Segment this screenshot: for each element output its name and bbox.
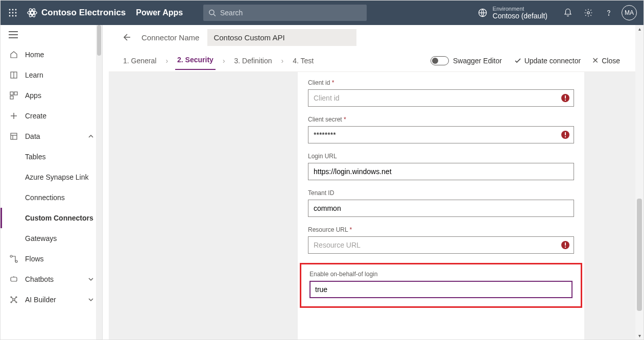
- sidebar-item-learn[interactable]: Learn: [1, 65, 102, 85]
- svg-point-38: [11, 302, 12, 303]
- swagger-editor-toggle[interactable]: Swagger Editor: [431, 56, 502, 65]
- highlight-annotation: Enable on-behalf-of login: [300, 263, 582, 308]
- tenant-id-input[interactable]: [308, 200, 574, 217]
- sidebar-item-chatbots[interactable]: Chatbots: [1, 269, 102, 289]
- environment-picker[interactable]: Environment Contoso (default): [478, 6, 547, 20]
- field-client-secret: Client secret *: [308, 116, 574, 143]
- back-button[interactable]: [121, 32, 131, 42]
- svg-point-1: [12, 9, 14, 11]
- search-input[interactable]: [220, 9, 362, 17]
- svg-rect-48: [565, 132, 566, 135]
- svg-point-16: [587, 12, 590, 14]
- sidebar-item-label: Flows: [25, 255, 44, 263]
- svg-point-37: [16, 297, 17, 298]
- chevron-right-icon: ›: [223, 57, 225, 65]
- svg-line-43: [14, 300, 16, 302]
- enable-obo-input[interactable]: [309, 281, 573, 298]
- sidebar-item-label: Chatbots: [25, 275, 54, 283]
- help-icon[interactable]: [599, 3, 619, 23]
- app-name[interactable]: Power Apps: [136, 8, 183, 17]
- account-avatar[interactable]: MA: [619, 3, 639, 23]
- enable-obo-label: Enable on-behalf-of login: [309, 271, 573, 278]
- sidebar-item-data[interactable]: Data: [1, 126, 102, 147]
- field-login-url: Login URL: [308, 153, 574, 180]
- sidebar-item-label: Create: [25, 112, 46, 120]
- apps-icon: [9, 91, 19, 100]
- client-id-label: Client id: [308, 79, 330, 86]
- home-icon: [9, 51, 19, 59]
- chevron-down-icon: [88, 276, 94, 282]
- breadcrumb: Connector Name Contoso Custom API: [109, 25, 643, 50]
- step-definition[interactable]: 3. Definition: [232, 53, 274, 69]
- search-box[interactable]: [203, 5, 367, 21]
- svg-rect-51: [565, 242, 566, 246]
- scroll-up-icon[interactable]: ▴: [635, 26, 643, 32]
- svg-point-9: [31, 11, 34, 14]
- field-client-id: Client id *: [308, 79, 574, 107]
- environment-label: Environment: [493, 6, 547, 12]
- sidebar-item-label: Data: [25, 132, 40, 140]
- form-area: Client id * Client secret * Login URL: [109, 72, 635, 339]
- notifications-icon[interactable]: [558, 3, 578, 23]
- svg-point-3: [9, 12, 11, 14]
- update-connector-button[interactable]: Update connector: [514, 57, 581, 65]
- sidebar-item-connections[interactable]: Connections: [1, 187, 102, 208]
- error-icon: [561, 130, 570, 139]
- sidebar-scrollbar[interactable]: [96, 25, 102, 339]
- plus-icon: [9, 112, 19, 120]
- svg-rect-23: [10, 92, 13, 95]
- resource-url-input[interactable]: [308, 236, 574, 254]
- svg-point-5: [15, 12, 17, 14]
- sidebar-item-label: Home: [25, 51, 44, 59]
- step-security[interactable]: 2. Security: [175, 52, 216, 70]
- step-general[interactable]: 1. General: [121, 53, 158, 69]
- sidebar: Home Learn Apps Create Data Tables Azure…: [1, 25, 103, 339]
- sidebar-item-label: Apps: [25, 91, 41, 100]
- hamburger-icon[interactable]: [1, 25, 102, 44]
- chevron-right-icon: ›: [165, 57, 168, 65]
- svg-rect-46: [565, 100, 566, 101]
- settings-icon[interactable]: [578, 3, 599, 23]
- sidebar-item-synapse[interactable]: Azure Synapse Link: [1, 167, 102, 187]
- scroll-down-icon[interactable]: ▾: [635, 333, 643, 338]
- page-scrollbar[interactable]: ▴ ▾: [635, 25, 643, 339]
- sidebar-item-label: AI Builder: [25, 296, 56, 304]
- client-secret-input[interactable]: [308, 126, 574, 143]
- search-icon: [208, 9, 216, 17]
- svg-point-36: [11, 297, 12, 298]
- chatbot-icon: [9, 275, 19, 283]
- error-icon: [561, 240, 570, 250]
- sidebar-item-create[interactable]: Create: [1, 106, 102, 126]
- svg-rect-49: [565, 136, 566, 137]
- login-url-input[interactable]: [308, 163, 574, 180]
- step-test[interactable]: 4. Test: [291, 53, 316, 69]
- close-label: Close: [602, 57, 620, 65]
- sidebar-item-flows[interactable]: Flows: [1, 249, 102, 269]
- svg-point-17: [608, 15, 609, 15]
- client-id-input[interactable]: [308, 89, 574, 107]
- book-icon: [9, 71, 19, 79]
- close-button[interactable]: ✕ Close: [592, 57, 620, 65]
- environment-name: Contoso (default): [493, 12, 547, 20]
- connector-name-value[interactable]: Contoso Custom API: [207, 29, 356, 46]
- environment-icon: [478, 8, 488, 18]
- sidebar-item-gateways[interactable]: Gateways: [1, 228, 102, 249]
- sidebar-item-label: Learn: [25, 71, 43, 79]
- ai-icon: [9, 296, 19, 304]
- svg-rect-25: [10, 96, 13, 99]
- svg-point-7: [12, 15, 14, 17]
- avatar-initials: MA: [622, 5, 637, 20]
- sidebar-item-ai-builder[interactable]: AI Builder: [1, 289, 102, 310]
- svg-line-14: [213, 14, 216, 16]
- brand-name: Contoso Electronics: [41, 8, 126, 18]
- svg-point-8: [15, 15, 17, 17]
- sidebar-item-custom-connectors[interactable]: Custom Connectors: [1, 208, 102, 228]
- chevron-right-icon: ›: [281, 57, 283, 65]
- top-bar: Contoso Electronics Power Apps Environme…: [1, 1, 643, 25]
- sidebar-item-tables[interactable]: Tables: [1, 147, 102, 167]
- page-content: Connector Name Contoso Custom API 1. Gen…: [109, 25, 643, 339]
- sidebar-item-home[interactable]: Home: [1, 44, 102, 65]
- sidebar-item-apps[interactable]: Apps: [1, 85, 102, 106]
- wizard-steps: 1. General › 2. Security › 3. Definition…: [109, 50, 643, 72]
- app-launcher-icon[interactable]: [5, 5, 21, 21]
